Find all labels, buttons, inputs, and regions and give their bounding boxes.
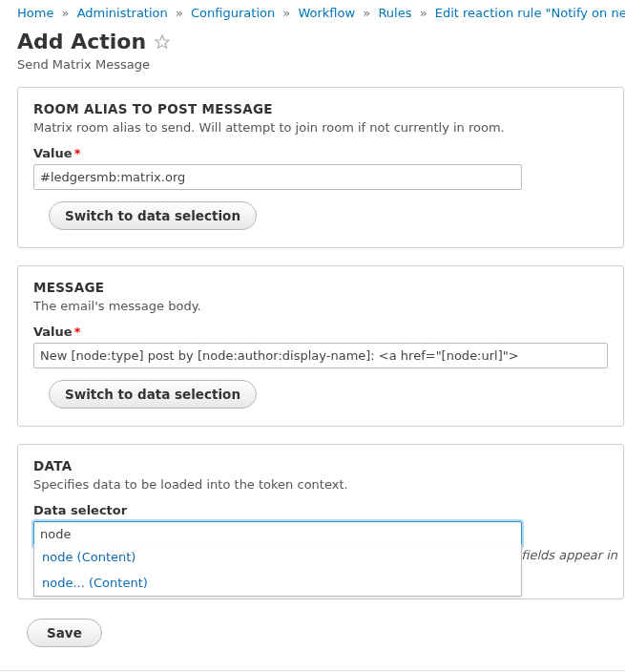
breadcrumb-home[interactable]: Home [17,6,53,20]
breadcrumb-sep: » [172,6,187,20]
page-subtitle: Send Matrix Message [0,55,625,87]
panel-room-alias-title: ROOM ALIAS TO POST MESSAGE [33,101,608,116]
breadcrumb-configuration[interactable]: Configuration [191,6,275,20]
panel-room-alias: ROOM ALIAS TO POST MESSAGE Matrix room a… [17,87,624,248]
panel-data-desc: Specifies data to be loaded into the tok… [33,477,608,492]
room-alias-input[interactable] [33,164,522,190]
autocomplete-dropdown: node (Content) node... (Content) [33,544,522,597]
required-mark: * [73,325,81,339]
breadcrumb-sep: » [416,6,431,20]
panel-message-title: MESSAGE [33,280,608,295]
room-alias-switch-button[interactable]: Switch to data selection [49,201,257,230]
breadcrumb-sep: » [58,6,73,20]
message-switch-button[interactable]: Switch to data selection [49,380,257,409]
panel-message: MESSAGE The email's message body. Value*… [17,265,624,427]
breadcrumb: Home » Administration » Configuration » … [0,0,625,22]
breadcrumb-sep: » [279,6,294,20]
breadcrumb-current[interactable]: Edit reaction rule "Notify on new con [435,6,625,20]
room-alias-value-label: Value* [33,146,608,160]
panel-data-title: DATA [33,458,608,473]
panel-data: DATA Specifies data to be loaded into th… [17,444,624,599]
autocomplete-option[interactable]: node... (Content) [34,570,521,596]
breadcrumb-sep: » [359,6,374,20]
star-icon[interactable] [154,33,171,51]
save-button[interactable]: Save [27,619,102,647]
panel-message-desc: The email's message body. [33,299,608,313]
form-actions: Save [0,617,625,664]
data-selector-input[interactable] [33,521,522,547]
data-selector-label: Data selector [33,503,608,517]
panel-room-alias-desc: Matrix room alias to send. Will attempt … [33,120,608,135]
message-input[interactable] [33,343,608,368]
breadcrumb-rules[interactable]: Rules [378,6,411,20]
svg-marker-0 [156,34,169,47]
message-value-label: Value* [33,325,608,339]
hint-fragment: y fields appear in [510,548,617,562]
required-mark: * [73,146,81,160]
page-title: Add Action [17,30,146,53]
autocomplete-option[interactable]: node (Content) [34,544,521,570]
breadcrumb-workflow[interactable]: Workflow [298,6,355,20]
breadcrumb-administration[interactable]: Administration [77,6,168,20]
